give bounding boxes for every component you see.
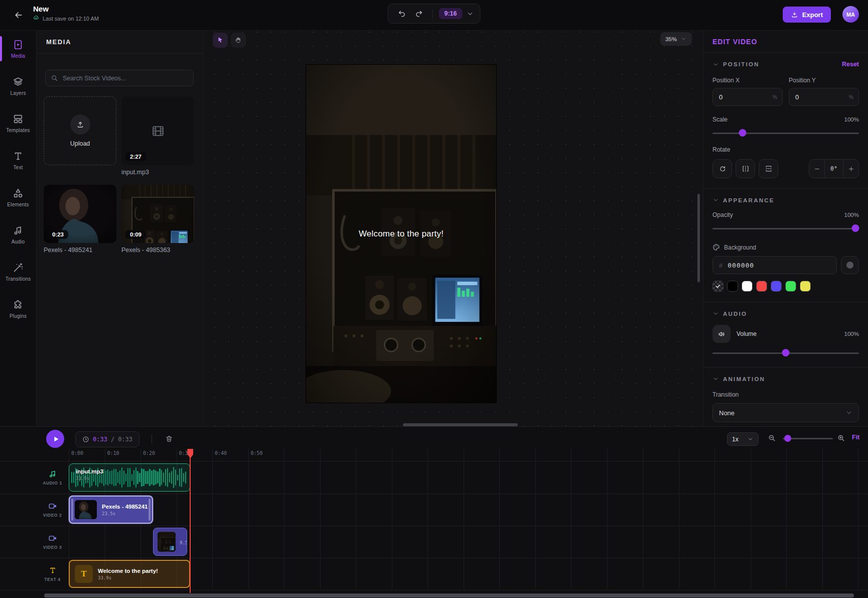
sidebar-item-audio[interactable]: Audio xyxy=(0,216,36,253)
timeline-zoom-thumb[interactable] xyxy=(784,435,791,442)
video-preview[interactable]: Welcome to the party! xyxy=(306,65,496,403)
rotate-increase-button[interactable] xyxy=(843,160,858,178)
mute-toggle-button[interactable] xyxy=(712,325,731,343)
back-button[interactable] xyxy=(10,7,27,24)
opacity-slider[interactable] xyxy=(712,224,859,232)
media-tile-pexels-4985363[interactable]: 0:09 xyxy=(121,185,194,243)
chevron-down-icon[interactable] xyxy=(712,310,719,317)
aspect-ratio-badge[interactable]: 9:16 xyxy=(439,8,462,19)
canvas-vertical-scrollbar[interactable] xyxy=(697,194,700,282)
timeline-panel: 0:33 / 0:33 1x Fit 0:000:100:200:300:400… xyxy=(0,426,868,598)
play-button[interactable] xyxy=(46,430,64,448)
scale-slider[interactable] xyxy=(712,129,859,137)
canvas-zoom-dropdown[interactable]: 35% xyxy=(660,32,692,46)
duration-badge: 2:27 xyxy=(125,152,146,161)
sidebar-item-text[interactable]: Text xyxy=(0,142,36,179)
media-tile-input-mp3[interactable]: 2:27 xyxy=(121,96,194,165)
sidebar-item-elements[interactable]: Elements xyxy=(0,179,36,216)
delete-clip-button[interactable] xyxy=(162,432,177,446)
reset-link[interactable]: Reset xyxy=(842,61,859,68)
media-tile-pexels-4985241[interactable]: 0:23 xyxy=(44,185,116,243)
position-x-field: % xyxy=(712,88,783,106)
chevron-down-icon[interactable] xyxy=(712,61,719,68)
flip-vertical-button[interactable] xyxy=(759,159,778,178)
rotate-decrease-button[interactable] xyxy=(809,160,824,178)
redo-button[interactable] xyxy=(411,6,426,21)
pointer-tool-button[interactable] xyxy=(213,33,228,48)
timeline-zoom-in-button[interactable] xyxy=(837,434,845,442)
swatch-000000[interactable] xyxy=(727,281,738,292)
export-button[interactable]: Export xyxy=(783,7,831,23)
top-bar: New Last save on 12:10 AM 9:16 Export MA xyxy=(0,0,868,31)
timeline-zoom-slider[interactable] xyxy=(783,435,833,442)
timeline-track-audio-1[interactable]: AUDIO 1 input.mp3 33.9s xyxy=(0,461,868,494)
clip-pexels-4985241[interactable]: Pexels - 4985241 23.5s xyxy=(69,496,153,524)
timeline-track-video-2[interactable]: VIDEO 2 Pexels - 4985241 23.5s xyxy=(0,494,868,526)
appearance-section: APPEARANCE Opacity 100% Background # xyxy=(703,188,868,302)
undo-button[interactable] xyxy=(394,6,409,21)
sidebar-item-transitions[interactable]: Transitions xyxy=(0,253,36,290)
opacity-slider-thumb[interactable] xyxy=(851,224,859,232)
sidebar-item-media[interactable]: Media xyxy=(0,30,36,67)
swatch-3ee559[interactable] xyxy=(785,281,796,292)
background-hex-input[interactable] xyxy=(727,261,830,270)
volume-slider[interactable] xyxy=(712,349,859,357)
fit-button[interactable]: Fit xyxy=(852,434,859,441)
clip-name: Pexels - 4985241 xyxy=(102,504,148,510)
duration-badge: 0:09 xyxy=(125,230,146,239)
audio-section: AUDIO Volume 100% xyxy=(703,302,868,367)
transition-select[interactable]: None xyxy=(712,403,859,422)
layers-icon xyxy=(13,76,24,87)
avatar[interactable]: MA xyxy=(842,6,859,23)
timeline-track-video-3[interactable]: VIDEO 3 9.5s xyxy=(0,526,868,558)
timeline-ruler[interactable]: 0:000:100:200:300:400:50 xyxy=(0,449,868,461)
swatch-f24848[interactable] xyxy=(756,281,767,292)
timeline-zoom-out-button[interactable] xyxy=(768,434,776,442)
download-icon xyxy=(791,11,798,19)
color-picker-button[interactable] xyxy=(841,256,859,274)
sidebar-item-label: Templates xyxy=(6,128,30,133)
sidebar-item-plugins[interactable]: Plugins xyxy=(0,290,36,327)
aspect-ratio-dropdown[interactable] xyxy=(467,10,474,18)
timeline-track-text-4[interactable]: TEXT 4T Welcome to the party! 33.9s xyxy=(0,558,868,590)
clip-input-mp3[interactable]: input.mp3 33.9s xyxy=(69,463,190,492)
rotate-cw-icon xyxy=(718,165,727,173)
position-section: POSITION Reset Position X % Position Y %… xyxy=(703,52,868,188)
scale-slider-thumb[interactable] xyxy=(739,129,746,137)
swatch-transparent[interactable] xyxy=(712,281,724,292)
preview-overlay-text[interactable]: Welcome to the party! xyxy=(306,229,496,239)
position-y-input[interactable] xyxy=(789,93,844,101)
swatch-ffffff[interactable] xyxy=(742,281,753,292)
audio-header[interactable]: AUDIO xyxy=(723,311,859,317)
rotate-90-button[interactable] xyxy=(712,159,732,178)
chevron-down-icon[interactable] xyxy=(712,197,719,203)
hand-tool-button[interactable] xyxy=(231,33,246,48)
playback-speed-select[interactable]: 1x xyxy=(727,432,759,446)
chevron-down-icon[interactable] xyxy=(712,376,719,382)
swatch-5a4bf0[interactable] xyxy=(771,281,782,292)
playback-speed-value: 1x xyxy=(732,436,739,443)
sidebar-item-templates[interactable]: Templates xyxy=(0,104,36,142)
time-separator: / xyxy=(111,436,114,443)
flip-horizontal-button[interactable] xyxy=(736,159,755,178)
video-camera-icon xyxy=(48,502,57,511)
clip-welcome-to-the-party[interactable]: T Welcome to the party! 33.9s xyxy=(69,560,190,588)
position-header[interactable]: POSITION xyxy=(723,61,838,67)
clip-video-3[interactable]: 9.5s xyxy=(153,528,187,556)
swatch-e8e554[interactable] xyxy=(800,281,811,292)
position-x-input[interactable] xyxy=(713,93,768,101)
animation-header[interactable]: ANIMATION xyxy=(723,376,859,382)
search-input[interactable] xyxy=(45,70,194,86)
zoom-in-icon xyxy=(837,434,845,442)
pointer-icon xyxy=(216,36,224,44)
upload-tile[interactable]: Upload xyxy=(44,96,116,165)
sidebar-item-layers[interactable]: Layers xyxy=(0,67,36,104)
clip-thumbnail xyxy=(158,532,176,552)
background-label: Background xyxy=(724,244,756,251)
volume-slider-thumb[interactable] xyxy=(782,349,790,356)
sidebar-item-label: Media xyxy=(11,53,25,59)
timeline-horizontal-scrollbar[interactable] xyxy=(44,593,854,597)
playhead-line[interactable] xyxy=(190,449,191,593)
appearance-header[interactable]: APPEARANCE xyxy=(723,197,859,203)
text-clip-icon: T xyxy=(75,565,93,583)
